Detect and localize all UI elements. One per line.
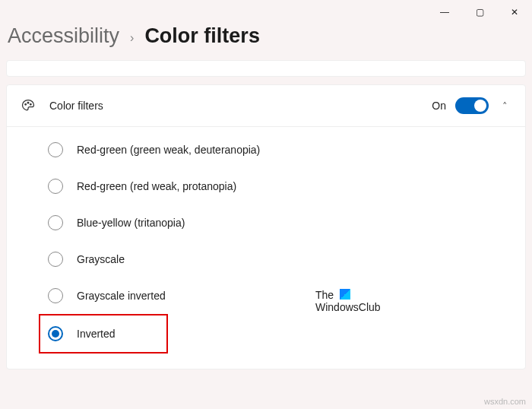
toggle-state-label: On bbox=[432, 100, 446, 112]
option-label: Red-green (red weak, protanopia) bbox=[77, 180, 236, 192]
option-grayscale[interactable]: Grayscale bbox=[48, 241, 525, 277]
radio-icon bbox=[48, 179, 63, 194]
watermark-line1: The bbox=[315, 289, 334, 301]
option-label: Red-green (green weak, deuteranopia) bbox=[77, 144, 260, 156]
source-label: wsxdn.com bbox=[484, 397, 526, 406]
radio-icon bbox=[48, 215, 63, 230]
card-title: Color filters bbox=[49, 100, 432, 112]
chevron-right-icon: › bbox=[130, 31, 134, 45]
option-blue-yellow-tritanopia[interactable]: Blue-yellow (tritanopia) bbox=[48, 204, 525, 241]
watermark-logo-icon bbox=[340, 289, 350, 300]
svg-point-2 bbox=[30, 104, 32, 106]
option-label: Grayscale bbox=[77, 253, 125, 265]
option-label: Inverted bbox=[77, 328, 116, 340]
option-grayscale-inverted[interactable]: Grayscale inverted bbox=[48, 277, 525, 314]
radio-icon bbox=[48, 252, 63, 267]
maximize-button[interactable]: ▢ bbox=[462, 0, 497, 24]
svg-point-0 bbox=[25, 104, 27, 106]
breadcrumb-parent[interactable]: Accessibility bbox=[8, 24, 119, 48]
radio-icon bbox=[48, 288, 63, 303]
watermark: The WindowsClub bbox=[315, 289, 381, 313]
card-header[interactable]: Color filters On ˄ bbox=[7, 85, 525, 127]
window-controls: — ▢ ✕ bbox=[427, 0, 532, 24]
svg-point-1 bbox=[27, 102, 29, 103]
page-title: Color filters bbox=[144, 24, 260, 48]
color-filters-toggle[interactable] bbox=[455, 97, 489, 114]
minimize-button[interactable]: — bbox=[427, 0, 462, 24]
option-label: Blue-yellow (tritanopia) bbox=[77, 217, 185, 229]
palette-icon bbox=[21, 98, 36, 113]
option-inverted[interactable]: Inverted bbox=[39, 314, 168, 354]
radio-icon-checked bbox=[48, 326, 63, 341]
option-red-green-deuteranopia[interactable]: Red-green (green weak, deuteranopia) bbox=[48, 132, 525, 168]
watermark-line2: WindowsClub bbox=[315, 301, 381, 313]
filter-options: Red-green (green weak, deuteranopia) Red… bbox=[7, 127, 525, 369]
chevron-up-icon[interactable]: ˄ bbox=[498, 100, 511, 112]
radio-icon bbox=[48, 142, 63, 157]
option-label: Grayscale inverted bbox=[77, 290, 166, 302]
close-button[interactable]: ✕ bbox=[497, 0, 532, 24]
option-red-green-protanopia[interactable]: Red-green (red weak, protanopia) bbox=[48, 168, 525, 204]
previous-panel-edge bbox=[6, 60, 526, 77]
color-filters-card: Color filters On ˄ Red-green (green weak… bbox=[6, 84, 526, 369]
